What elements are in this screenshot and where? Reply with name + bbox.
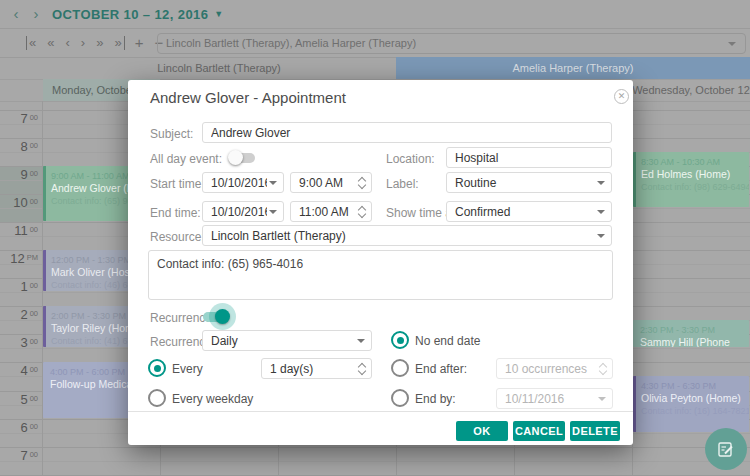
appointment[interactable]: 2:30 PM - 3:30 PMSammy Hill (Phone Consu… <box>633 320 749 347</box>
subject-label: Subject: <box>150 127 193 141</box>
appointment[interactable]: 4:30 PM - 6:30 PMOlivia Peyton (Home)Con… <box>633 376 749 431</box>
appointment-dialog: Andrew Glover - Appointment ✕ Subject: A… <box>128 80 633 445</box>
cancel-button[interactable]: CANCEL <box>513 421 565 441</box>
resource-header-lincoln[interactable]: Lincoln Bartlett (Therapy) <box>42 57 397 79</box>
occurrences-spinner[interactable] <box>496 358 613 379</box>
grid-line <box>0 447 750 448</box>
resource-header-amelia[interactable]: Amelia Harper (Therapy) <box>396 57 750 79</box>
time-label: 1000 <box>0 196 38 209</box>
date-navigator-bar: ‹ › OCTOBER 10 – 12, 2016 ▼ <box>0 0 750 29</box>
interval-spinner[interactable] <box>261 358 372 379</box>
start-time-label: Start time: <box>150 177 205 191</box>
date-range-caret-icon[interactable]: ▼ <box>214 9 223 19</box>
ok-button[interactable]: OK <box>456 421 508 441</box>
radio-no-end-date[interactable] <box>391 331 409 349</box>
previous-appointment-icon[interactable]: ‹ <box>64 36 70 50</box>
time-label: 500 <box>0 393 38 406</box>
show-time-as-select[interactable] <box>446 201 612 222</box>
radio-every[interactable] <box>148 359 166 377</box>
time-label: 600 <box>0 421 38 434</box>
last-appointment-icon[interactable]: » <box>113 36 124 50</box>
resources-select-value: Lincoln Bartlett (Therapy), Amelia Harpe… <box>166 37 416 49</box>
dialog-title: Andrew Glover - Appointment <box>150 89 346 106</box>
first-appointment-icon[interactable]: « <box>26 36 37 50</box>
time-label: 700 <box>0 449 38 462</box>
all-day-toggle[interactable] <box>228 150 256 166</box>
next-appointment-icon[interactable]: › <box>80 36 86 50</box>
all-day-label: All day event: <box>150 152 222 166</box>
resource-label: Resource: <box>150 230 205 244</box>
day-header-wednesday[interactable]: Wednesday, October 12 <box>632 79 750 101</box>
label-select[interactable] <box>446 172 612 193</box>
end-after-label: End after: <box>415 362 467 376</box>
radio-end-by[interactable] <box>391 389 409 407</box>
end-time-label: End time: <box>150 206 201 220</box>
start-date-select[interactable] <box>202 172 284 193</box>
start-time-spinner[interactable] <box>290 172 372 193</box>
time-label: 1100 <box>0 224 38 237</box>
chevron-down-icon <box>728 42 736 46</box>
end-date-select[interactable] <box>202 201 284 222</box>
time-label: 12PM <box>0 252 38 265</box>
scheduler-toolbar: ««‹›»»+− Lincoln Bartlett (Therapy), Ame… <box>0 29 750 58</box>
time-label: 800 <box>0 140 38 153</box>
date-range-title[interactable]: OCTOBER 10 – 12, 2016 <box>52 7 208 22</box>
every-label: Every <box>172 362 203 376</box>
grid-line <box>0 461 750 462</box>
zoom-in-icon[interactable]: + <box>134 36 145 50</box>
no-end-date-label: No end date <box>415 334 480 348</box>
label-label: Label: <box>386 177 419 191</box>
radio-end-after[interactable] <box>391 359 409 377</box>
previous-page-icon[interactable]: « <box>46 36 55 50</box>
delete-button[interactable]: DELETE <box>570 421 620 441</box>
recurrence-toggle[interactable] <box>202 309 230 325</box>
scheduler-app: ‹ › OCTOBER 10 – 12, 2016 ▼ ««‹›»»+− Lin… <box>0 0 750 476</box>
grid-line <box>0 475 750 476</box>
appointment[interactable]: 8:30 AM - 10:30 AMEd Holmes (Home)Contac… <box>633 152 749 207</box>
every-weekday-label: Every weekday <box>172 392 253 406</box>
time-label: 300 <box>0 336 38 349</box>
time-label: 900 <box>0 168 38 181</box>
location-label: Location: <box>386 152 435 166</box>
next-page-icon[interactable]: » <box>95 36 104 50</box>
recurrence-type-select[interactable] <box>202 330 372 351</box>
location-field[interactable] <box>446 147 612 168</box>
end-by-date-select[interactable] <box>496 388 613 409</box>
resource-select[interactable] <box>202 225 612 246</box>
time-label: 700 <box>0 112 38 125</box>
radio-every-weekday[interactable] <box>148 389 166 407</box>
date-prev-icon[interactable]: ‹ <box>6 0 26 28</box>
time-label: 100 <box>0 280 38 293</box>
notes-textarea[interactable]: Contact info: (65) 965-4016 <box>148 250 613 300</box>
dialog-footer-divider <box>128 411 633 412</box>
end-by-label: End by: <box>415 392 456 406</box>
fab-new-appointment-button[interactable] <box>705 428 747 470</box>
subject-field[interactable] <box>202 122 612 143</box>
end-time-spinner[interactable] <box>290 201 372 222</box>
time-label: 400 <box>0 364 38 377</box>
resources-select[interactable]: Lincoln Bartlett (Therapy), Amelia Harpe… <box>157 33 746 54</box>
edit-note-icon <box>716 439 736 459</box>
resource-header-row: Lincoln Bartlett (Therapy) Amelia Harper… <box>0 57 750 80</box>
date-next-icon[interactable]: › <box>26 0 46 28</box>
time-label: 200 <box>0 308 38 321</box>
close-icon[interactable]: ✕ <box>614 89 629 104</box>
